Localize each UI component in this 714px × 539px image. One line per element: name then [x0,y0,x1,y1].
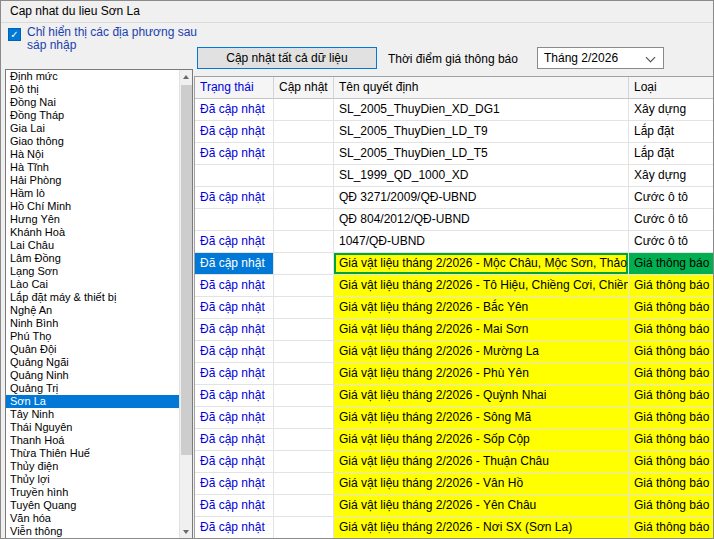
update-cell [274,495,334,517]
province-item[interactable]: Hà Nội [6,148,179,161]
type-cell: Giá thông báo [629,429,714,451]
update-cell [274,99,334,121]
price-time-combobox[interactable]: Tháng 2/2026 [537,47,664,69]
province-item[interactable]: Viễn thông [6,525,179,538]
table-row[interactable]: Đã cập nhậtSL_2005_ThuyDien_LD_T5Lắp đặt [195,143,714,165]
header-cell-update[interactable]: Cập nhật [274,77,334,99]
province-item[interactable]: Quảng Ninh [6,369,179,382]
province-item[interactable]: Văn hóa [6,512,179,525]
update-cell [274,385,334,407]
table-row[interactable]: Đã cập nhậtGiá vật liệu tháng 2/2026 - M… [195,319,714,341]
province-item[interactable]: Quảng Trị [6,382,179,395]
province-item[interactable]: Phú Thọ [6,330,179,343]
update-cell [274,187,334,209]
filter-checkbox-label: Chỉ hiển thị các địa phương sau sáp nhập [27,26,197,52]
province-item[interactable]: Đồng Nai [6,96,179,109]
name-cell: Giá vật liệu tháng 2/2026 - Mộc Châu, Mộ… [334,253,629,275]
status-cell: Đã cập nhật [195,231,274,253]
province-item[interactable]: Định mức [6,70,179,83]
status-cell: Đã cập nhật [195,429,274,451]
province-item[interactable]: Truyền hình [6,486,179,499]
province-item[interactable]: Hồ Chí Minh [6,200,179,213]
table-row[interactable]: SL_1999_QD_1000_XDXây dựng [195,165,714,187]
type-cell: Giá thông báo [629,517,714,539]
province-item[interactable]: Thái Nguyên [6,421,179,434]
province-item[interactable]: Ninh Bình [6,317,179,330]
province-item[interactable]: Hải Phòng [6,174,179,187]
update-cell [274,231,334,253]
header-cell-name[interactable]: Tên quyết định [334,77,629,99]
update-cell [274,407,334,429]
table-row[interactable]: QĐ 804/2012/QĐ-UBNDCước ô tô [195,209,714,231]
province-item[interactable]: Nghệ An [6,304,179,317]
scroll-up-icon[interactable] [180,70,193,84]
table-row[interactable]: Đã cập nhậtGiá vật liệu tháng 2/2026 - Q… [195,385,714,407]
scroll-down-icon[interactable] [180,525,193,539]
province-item[interactable]: Quảng Ngãi [6,356,179,369]
update-all-button[interactable]: Cập nhật tất cả dữ liệu [197,47,377,69]
type-cell: Giá thông báo [629,363,714,385]
province-item[interactable]: Lai Châu [6,239,179,252]
table-row[interactable]: Đã cập nhậtGiá vật liệu tháng 2/2026 - Y… [195,495,714,517]
status-cell [195,165,274,187]
table-row[interactable]: Đã cập nhậtGiá vật liệu tháng 2/2026 - T… [195,451,714,473]
window-title: Cap nhat du lieu Sơn La [10,4,140,18]
status-cell: Đã cập nhật [195,407,274,429]
province-item[interactable]: Thanh Hoá [6,434,179,447]
province-item[interactable]: Lào Cai [6,278,179,291]
name-cell: Giá vật liệu tháng 2/2026 - Sông Mã [334,407,629,429]
price-time-label: Thời điểm giá thông báo [388,52,518,66]
province-item[interactable]: Lạng Sơn [6,265,179,278]
province-item[interactable]: Gia Lai [6,122,179,135]
header-cell-type[interactable]: Loại [629,77,714,99]
type-cell: Giá thông báo [629,473,714,495]
table-row[interactable]: Đã cập nhậtSL_2005_ThuyDien_XD_DG1Xây dự… [195,99,714,121]
province-item[interactable]: Đô thị [6,83,179,96]
table-row[interactable]: Đã cập nhậtGiá vật liệu tháng 2/2026 - M… [195,341,714,363]
province-item[interactable]: Hầm lò [6,187,179,200]
table-row[interactable]: Đã cập nhậtGiá vật liệu tháng 2/2026 - N… [195,517,714,539]
table-row[interactable]: Đã cập nhậtSL_2005_ThuyDien_LD_T9Lắp đặt [195,121,714,143]
province-item[interactable]: Thủy lợi [6,473,179,486]
province-item[interactable]: Đồng Tháp [6,109,179,122]
province-item[interactable]: Hà Tĩnh [6,161,179,174]
price-time-value: Tháng 2/2026 [544,51,618,65]
scrollbar-thumb[interactable] [181,85,192,455]
table-row[interactable]: Đã cập nhật1047/QĐ-UBNDCước ô tô [195,231,714,253]
name-cell: QĐ 804/2012/QĐ-UBND [334,209,629,231]
name-cell: Giá vật liệu tháng 2/2026 - Phù Yên [334,363,629,385]
update-cell [274,341,334,363]
table-row-selected[interactable]: Đã cập nhậtGiá vật liệu tháng 2/2026 - M… [195,253,714,275]
province-item[interactable]: Lắp đặt máy & thiết bị [6,291,179,304]
update-cell [274,517,334,539]
name-cell: Giá vật liệu tháng 2/2026 - Quỳnh Nhai [334,385,629,407]
status-cell [195,209,274,231]
province-item[interactable]: Tây Ninh [6,408,179,421]
province-item-selected[interactable]: Sơn La [6,395,179,408]
table-header: Trạng thái Cập nhật Tên quyết định Loại [195,77,714,99]
filter-merged-checkbox[interactable]: ✓ Chỉ hiển thị các địa phương sau sáp nh… [8,26,198,52]
table-row[interactable]: Đã cập nhậtGiá vật liệu tháng 2/2026 - V… [195,473,714,495]
sidebar-scrollbar[interactable] [179,70,192,539]
province-item[interactable]: Tuyên Quang [6,499,179,512]
table-row[interactable]: Đã cập nhậtGiá vật liệu tháng 2/2026 - B… [195,297,714,319]
table-row[interactable]: Đã cập nhậtGiá vật liệu tháng 2/2026 - P… [195,363,714,385]
table-row[interactable]: Đã cập nhậtQĐ 3271/2009/QĐ-UBNDCước ô tô [195,187,714,209]
header-cell-status[interactable]: Trạng thái [195,77,274,99]
status-cell: Đã cập nhật [195,143,274,165]
name-cell: Giá vật liệu tháng 2/2026 - Vân Hồ [334,473,629,495]
status-cell: Đã cập nhật [195,385,274,407]
update-cell [274,165,334,187]
type-cell: Giá thông báo [629,495,714,517]
table-row[interactable]: Đã cập nhậtGiá vật liệu tháng 2/2026 - S… [195,429,714,451]
province-item[interactable]: Giao thông [6,135,179,148]
table-row[interactable]: Đã cập nhậtGiá vật liệu tháng 2/2026 - S… [195,407,714,429]
province-item[interactable]: Thừa Thiên Huế [6,447,179,460]
province-item[interactable]: Lâm Đồng [6,252,179,265]
province-item[interactable]: Thủy điện [6,460,179,473]
name-cell: QĐ 3271/2009/QĐ-UBND [334,187,629,209]
province-item[interactable]: Quân Đội [6,343,179,356]
province-item[interactable]: Hưng Yên [6,213,179,226]
province-item[interactable]: Khánh Hoà [6,226,179,239]
table-row[interactable]: Đã cập nhậtGiá vật liệu tháng 2/2026 - T… [195,275,714,297]
